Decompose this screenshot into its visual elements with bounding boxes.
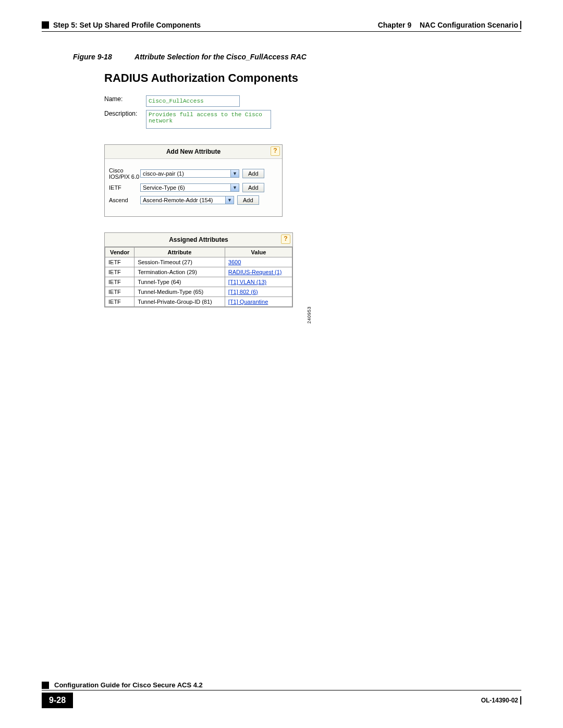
rac-title: RADIUS Authorization Components <box>104 71 302 85</box>
vendor-label-cisco: Cisco IOS/PIX 6.0 <box>109 167 140 180</box>
name-label: Name: <box>104 95 146 103</box>
col-value: Value <box>225 248 292 257</box>
value-link[interactable]: [T1] 802 (6) <box>228 289 258 295</box>
ietf-attr-select[interactable]: Service-Type (6) <box>140 183 239 192</box>
cisco-attr-select[interactable]: cisco-av-pair (1) <box>140 169 239 178</box>
cell-attribute: Tunnel-Medium-Type (65) <box>134 287 225 297</box>
col-attribute: Attribute <box>134 248 225 257</box>
footer-marker <box>42 682 49 689</box>
add-button-ascend[interactable]: Add <box>237 195 259 205</box>
assigned-table: Vendor Attribute Value IETF Session-Time… <box>105 247 292 307</box>
description-label: Description: <box>104 110 146 117</box>
value-link[interactable]: [T1] VLAN (13) <box>228 279 266 285</box>
header-rule <box>42 31 521 32</box>
add-button-cisco[interactable]: Add <box>242 169 264 178</box>
chevron-down-icon[interactable]: ▼ <box>230 170 239 177</box>
table-row: IETF Termination-Action (29) RADIUS-Requ… <box>105 267 292 277</box>
add-attribute-panel: Add New Attribute ? Cisco IOS/PIX 6.0 ci… <box>104 144 283 217</box>
ascend-attr-selected: Ascend-Remote-Addr (154) <box>143 197 213 203</box>
help-icon[interactable]: ? <box>281 235 290 244</box>
description-input[interactable]: Provides full access to the Cisco networ… <box>146 110 271 129</box>
table-row: IETF Tunnel-Medium-Type (65) [T1] 802 (6… <box>105 287 292 297</box>
value-link[interactable]: [T1] Quarantine <box>228 299 268 305</box>
cell-vendor: IETF <box>105 287 134 297</box>
figure-label: Figure 9-18 <box>73 53 112 61</box>
page-footer: Configuration Guide for Cisco Secure ACS… <box>42 681 521 708</box>
footer-marker-right <box>520 696 521 705</box>
cell-attribute: Session-Timeout (27) <box>134 257 225 267</box>
assigned-attributes-panel: Assigned Attributes ? Vendor Attribute V… <box>104 232 293 307</box>
page-header: Step 5: Set Up Shared Profile Components… <box>42 21 521 29</box>
vendor-label-ascend: Ascend <box>109 197 140 203</box>
assigned-title: Assigned Attributes <box>169 236 228 243</box>
chevron-down-icon[interactable]: ▼ <box>230 184 239 191</box>
header-step-title: Step 5: Set Up Shared Profile Components <box>53 21 201 29</box>
ascend-attr-select[interactable]: Ascend-Remote-Addr (154) <box>140 196 234 204</box>
add-attribute-title: Add New Attribute <box>166 148 221 155</box>
value-link[interactable]: 3600 <box>228 259 241 265</box>
name-input[interactable] <box>146 95 240 107</box>
cell-vendor: IETF <box>105 297 134 307</box>
cell-vendor: IETF <box>105 257 134 267</box>
cell-attribute: Tunnel-Private-Group-ID (81) <box>134 297 225 307</box>
screenshot-region: RADIUS Authorization Components Name: De… <box>104 71 302 307</box>
help-icon[interactable]: ? <box>271 146 280 156</box>
table-row: IETF Tunnel-Type (64) [T1] VLAN (13) <box>105 277 292 287</box>
doc-id: OL-14390-02 <box>481 697 518 704</box>
cell-attribute: Tunnel-Type (64) <box>134 277 225 287</box>
table-row: IETF Session-Timeout (27) 3600 <box>105 257 292 267</box>
figure-id-code: 240953 <box>307 306 312 324</box>
header-marker-right <box>520 21 521 29</box>
ietf-attr-selected: Service-Type (6) <box>143 184 185 191</box>
figure-caption: Figure 9-18 Attribute Selection for the … <box>73 53 521 61</box>
footer-guide-title: Configuration Guide for Cisco Secure ACS… <box>54 681 203 689</box>
vendor-label-ietf: IETF <box>109 184 140 191</box>
cell-attribute: Termination-Action (29) <box>134 267 225 277</box>
page-number: 9-28 <box>42 693 73 708</box>
add-button-ietf[interactable]: Add <box>242 183 264 192</box>
header-title: NAC Configuration Scenario <box>420 21 518 29</box>
col-vendor: Vendor <box>105 248 134 257</box>
value-link[interactable]: RADIUS-Request (1) <box>228 269 282 275</box>
header-marker-left <box>42 21 49 29</box>
cell-vendor: IETF <box>105 267 134 277</box>
table-row: IETF Tunnel-Private-Group-ID (81) [T1] Q… <box>105 297 292 307</box>
figure-caption-text: Attribute Selection for the Cisco_FullAc… <box>134 53 307 61</box>
cell-vendor: IETF <box>105 277 134 287</box>
cisco-attr-selected: cisco-av-pair (1) <box>143 170 184 177</box>
chevron-down-icon[interactable]: ▼ <box>225 196 234 204</box>
header-chapter: Chapter 9 <box>378 21 412 29</box>
